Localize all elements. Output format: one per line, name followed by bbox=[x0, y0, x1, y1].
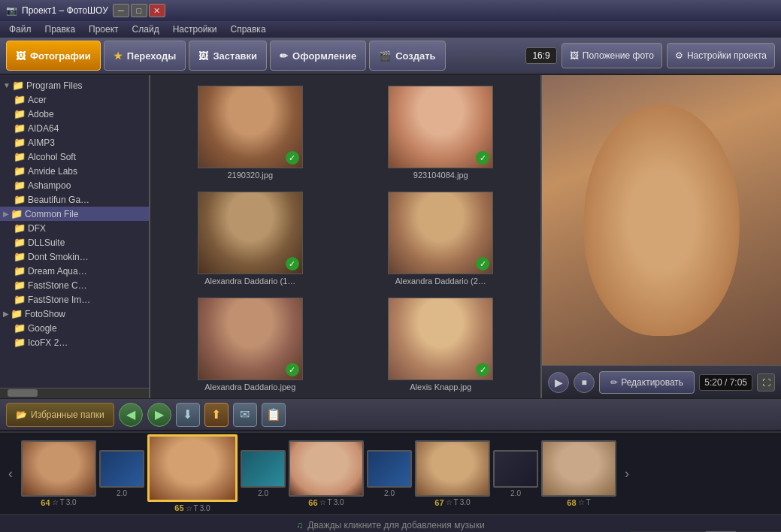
mail-button[interactable]: ✉ bbox=[233, 403, 257, 427]
upload-button[interactable]: ⬆ bbox=[204, 403, 229, 427]
slide-number: 65 bbox=[174, 503, 183, 512]
timeline-right-arrow[interactable]: › bbox=[619, 433, 634, 514]
timeline-left-arrow[interactable]: ‹ bbox=[3, 433, 18, 514]
menu-settings[interactable]: Настройки bbox=[167, 23, 223, 36]
tree-item[interactable]: 📁Acer bbox=[0, 92, 149, 107]
tree-item[interactable]: 📁Adobe bbox=[0, 107, 149, 121]
grid-item-0[interactable]: ✓ 2190320.jpg bbox=[158, 83, 343, 183]
tree-content[interactable]: ▼ 📁 Program Files 📁Acer 📁Adobe 📁AIDA64 📁… bbox=[0, 75, 149, 388]
menu-help[interactable]: Справка bbox=[224, 23, 271, 36]
slide-thumb-65[interactable]: 65 ☆ T 3.0 bbox=[147, 434, 238, 512]
maximize-button[interactable]: □ bbox=[131, 4, 147, 17]
close-button[interactable]: ✕ bbox=[149, 4, 165, 17]
design-icon: ✏ bbox=[280, 50, 288, 62]
grid-item-4[interactable]: ✓ Alexandra Daddario.jpeg bbox=[158, 295, 343, 394]
slide-thumb-68[interactable]: 68 ☆ T bbox=[541, 440, 616, 507]
tab-design[interactable]: ✏ Оформление bbox=[270, 41, 366, 71]
minimize-button[interactable]: ─ bbox=[113, 4, 129, 17]
folder-icon: 📁 bbox=[14, 122, 26, 134]
menu-slide[interactable]: Слайд bbox=[126, 23, 165, 36]
slide-number: 68 bbox=[567, 498, 576, 507]
screensavers-icon: 🖼 bbox=[198, 50, 208, 62]
tree-root[interactable]: ▼ 📁 Program Files bbox=[0, 78, 149, 92]
check-icon: ✓ bbox=[286, 363, 299, 376]
preview-face bbox=[542, 75, 781, 365]
grid-content[interactable]: ✓ 2190320.jpg ✓ 923104084.jpg ✓ Alexandr… bbox=[150, 75, 540, 398]
music-bar[interactable]: ♫ Дважды кликните для добавления музыки bbox=[0, 514, 781, 532]
file-tree: ▼ 📁 Program Files 📁Acer 📁Adobe 📁AIDA64 📁… bbox=[0, 75, 150, 398]
slide-thumb-trans1[interactable]: 2.0 bbox=[99, 450, 144, 497]
thumbnail: ✓ bbox=[198, 192, 303, 274]
tab-transitions[interactable]: ★ Переходы bbox=[104, 41, 186, 71]
tab-photos[interactable]: 🖼 Фотографии bbox=[6, 41, 101, 71]
slide-thumb-trans2[interactable]: 2.0 bbox=[241, 450, 286, 497]
tree-item-common-file[interactable]: ▶📁Common File bbox=[0, 207, 149, 221]
stop-button[interactable]: ■ bbox=[574, 372, 595, 393]
play-button[interactable]: ▶ bbox=[548, 372, 569, 393]
slide-image bbox=[21, 440, 96, 497]
nav-fwd-button[interactable]: ▶ bbox=[147, 403, 171, 427]
nav-back-button[interactable]: ◀ bbox=[119, 403, 143, 427]
folder-icon: 📁 bbox=[14, 222, 26, 234]
project-settings-button[interactable]: ⚙ Настройки проекта bbox=[667, 43, 775, 68]
project-settings-label: Настройки проекта bbox=[687, 50, 767, 61]
tree-item-fotoshow[interactable]: ▶📁FotoShow bbox=[0, 307, 149, 321]
slide-meta: 2.0 bbox=[258, 489, 268, 497]
tree-item[interactable]: 📁Dream Aqua… bbox=[0, 264, 149, 278]
menu-edit[interactable]: Правка bbox=[39, 23, 82, 36]
slide-thumb-trans4[interactable]: 2.0 bbox=[493, 450, 538, 497]
slide-thumb-64[interactable]: 64 ☆ T 3.0 bbox=[21, 440, 96, 507]
preview-controls: ▶ ■ ✏ Редактировать 5:20 / 7:05 ⛶ bbox=[542, 365, 781, 398]
tab-create[interactable]: 🎬 Создать bbox=[369, 41, 445, 71]
tree-item-label: Common File bbox=[25, 209, 78, 219]
tree-item[interactable]: 📁FastStone C… bbox=[0, 278, 149, 292]
menu-file[interactable]: Файл bbox=[3, 23, 38, 36]
slide-duration: 3.0 bbox=[334, 498, 344, 506]
tree-item[interactable]: 📁DLLSuite bbox=[0, 235, 149, 249]
slide-thumb-66[interactable]: 66 ☆ T 3.0 bbox=[289, 440, 364, 507]
slide-thumb-67[interactable]: 67 ☆ T 3.0 bbox=[415, 440, 490, 507]
tree-item-label: Acer bbox=[28, 95, 47, 105]
gear-icon: ⚙ bbox=[675, 50, 683, 61]
tab-screensavers[interactable]: 🖼 Заставки bbox=[189, 41, 267, 71]
slide-duration: 2.0 bbox=[384, 489, 395, 497]
copy-button[interactable]: 📋 bbox=[262, 403, 286, 427]
horizontal-scrollbar[interactable] bbox=[0, 388, 149, 398]
favorites-button[interactable]: 📂 Избранные папки bbox=[6, 403, 114, 427]
tree-item[interactable]: 📁AIDA64 bbox=[0, 121, 149, 135]
slide-duration: 3.0 bbox=[200, 504, 210, 512]
tree-item[interactable]: 📁Google bbox=[0, 321, 149, 335]
tree-item[interactable]: 📁AIMP3 bbox=[0, 135, 149, 150]
tree-item[interactable]: 📁Anvide Labs bbox=[0, 164, 149, 178]
tree-item-alcohol-soft[interactable]: 📁Alcohol Soft bbox=[0, 150, 149, 164]
toolbar-right: 16:9 🖼 Положение фото ⚙ Настройки проект… bbox=[525, 43, 775, 68]
grid-item-1[interactable]: ✓ 923104084.jpg bbox=[349, 83, 534, 183]
grid-item-3[interactable]: ✓ Alexandra Daddario (2… bbox=[349, 189, 534, 289]
slide-meta: 2.0 bbox=[510, 489, 521, 497]
slide-thumb-trans3[interactable]: 2.0 bbox=[367, 450, 412, 497]
tree-item[interactable]: 📁FastStone Im… bbox=[0, 292, 149, 307]
tree-item[interactable]: 📁DFX bbox=[0, 221, 149, 235]
tree-item[interactable]: 📁IcoFX 2… bbox=[0, 335, 149, 349]
slide-image bbox=[367, 450, 412, 488]
file-label: Alexandra Daddario (2… bbox=[395, 277, 486, 286]
download-button[interactable]: ⬇ bbox=[176, 403, 200, 427]
tree-item[interactable]: 📁Dont Smokin… bbox=[0, 249, 149, 264]
tab-transitions-label: Переходы bbox=[127, 50, 177, 62]
fullscreen-button[interactable]: ⛶ bbox=[757, 373, 775, 391]
photo-position-button[interactable]: 🖼 Положение фото bbox=[562, 43, 662, 68]
tree-item-label: Anvide Labs bbox=[28, 166, 77, 177]
tree-item[interactable]: 📁Beautifun Ga… bbox=[0, 192, 149, 207]
tree-expand-icon: ▼ bbox=[3, 81, 11, 89]
edit-label: Редактировать bbox=[621, 377, 683, 388]
toolbar: 🖼 Фотографии ★ Переходы 🖼 Заставки ✏ Офо… bbox=[0, 38, 781, 75]
grid-item-2[interactable]: ✓ Alexandra Daddario (1… bbox=[158, 189, 343, 289]
star-icon: ☆ bbox=[578, 498, 585, 506]
tree-item-label: Beautifun Ga… bbox=[28, 195, 89, 205]
edit-button[interactable]: ✏ Редактировать bbox=[599, 371, 695, 394]
thumbnail: ✓ bbox=[198, 298, 303, 380]
tree-item[interactable]: 📁Ashampoo bbox=[0, 178, 149, 192]
scrollbar-thumb[interactable] bbox=[8, 389, 38, 397]
menu-project[interactable]: Проект bbox=[83, 23, 125, 36]
grid-item-5[interactable]: ✓ Alexis Knapp.jpg bbox=[349, 295, 534, 394]
